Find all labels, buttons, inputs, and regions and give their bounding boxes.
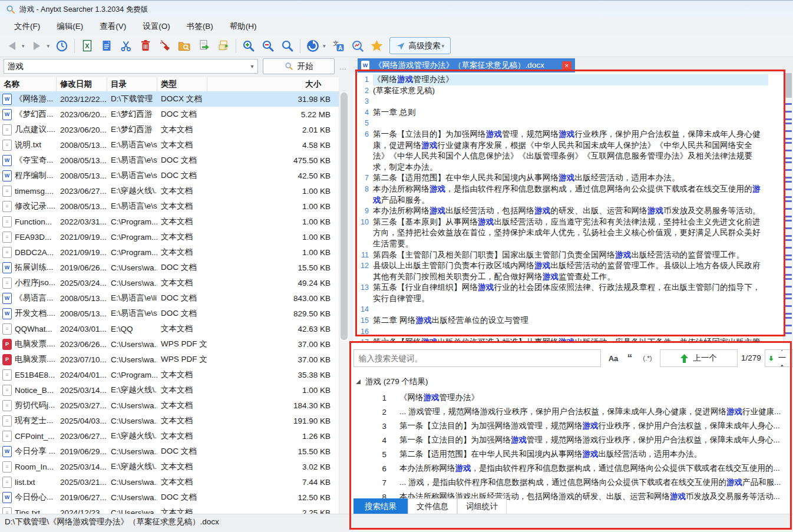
table-row[interactable]: W《易语言...2008/05/13...E:\易语言\e\li...DOC 文… [0,290,339,306]
menu-item[interactable]: 帮助(H) [222,19,265,34]
menu-item[interactable]: 设置(O) [134,19,179,34]
column-header-size[interactable]: 大小 [207,77,339,91]
table-row[interactable]: W程序编制...2008/05/13...E:\易语言\e\s...DOC 文档… [0,168,339,183]
table-row[interactable]: ≡QQWhat...2024/03/01...E:\QQ文本文档42.63 KB [0,321,339,336]
column-header-name[interactable]: 名称 [0,77,57,91]
document-line: 13第五条【行业自律组织】网络游戏行业的社会团体应依照法律、行政法规及章程，在出… [353,282,768,304]
result-row[interactable]: 1《网络游戏管理办法》 [353,391,787,405]
result-group-header[interactable]: 游戏 (279 个结果) [356,376,428,387]
file-name-cell: ≡E51B4E8... [0,369,57,381]
table-row[interactable]: W《网络游...2023/12/22...D:\下载管理DOCX 文档31.98… [0,91,339,107]
close-tab-icon[interactable]: × [562,61,571,70]
menu-item[interactable]: 编辑(E) [48,19,91,34]
back-dropdown[interactable]: ▾ [22,43,25,49]
forward-dropdown[interactable]: ▾ [47,43,50,49]
table-row[interactable]: ≡说明.txt2008/05/13...E:\易语言\e\s...文本文档4.5… [0,137,339,153]
export-doc-button[interactable] [197,38,211,54]
advanced-search-button[interactable]: 高级搜索 ▾ [389,37,451,54]
highlighted-term: 游戏 [534,261,550,270]
scrollbar-thumb[interactable] [341,92,348,340]
result-row[interactable]: 2... 游戏管理，规范网络游戏行业秩序，保护用户合法权益，保障未成年人身心健康… [353,405,787,419]
start-search-button[interactable]: 开始 [263,58,335,74]
table-row[interactable]: ≡剪切代码j...2025/03/27...C:\Users\wa...文本文档… [0,398,339,413]
start-search-label: 开始 [298,61,313,72]
file-list-scrollbar[interactable] [339,91,349,514]
table-row[interactable]: ≡E51B4E8...2024/04/01...C:\Program...文本文… [0,367,339,382]
open-folder-button[interactable] [177,38,191,54]
table-row[interactable]: ≡list.txt2025/03/21...C:\Users\wa...文本文档… [0,474,339,490]
result-row[interactable]: 5第二条【适用范围】在中华人民共和国境内从事网络游戏出版经营活动，适用本办法。 [353,447,787,461]
table-row[interactable]: W拓展训练...2019/06/26...C:\Users\wa...DOC 文… [0,260,339,275]
table-row[interactable]: W今日分享 ...2019/06/29...C:\Users\wa...DOC … [0,444,339,459]
search-view-button[interactable] [280,38,295,54]
column-header-dir[interactable]: 目录 [107,77,157,91]
preview-tab[interactable]: W 《网络游戏管理办法》（草案征求意见稿）.docx × [358,58,575,72]
table-row[interactable]: ≡小程序jso...2025/03/24...C:\Users\wa...文本文… [0,275,339,290]
result-row[interactable]: 7... 游戏，是指由软件程序和信息数据构成，通过信息网络向公众提供下载或者在线… [353,475,787,490]
file-dir-cell: C:\Users\wa... [107,401,157,410]
history-button[interactable] [55,38,69,54]
previous-match-button[interactable]: 上一个 [660,349,738,367]
table-row[interactable]: W《夺宝奇...2008/05/13...E:\易语言\e\s...DOC 文档… [0,153,339,168]
zoom-out-button[interactable] [261,38,275,54]
more-options-button[interactable]: … [337,60,349,74]
preview-scrollbar[interactable] [784,72,793,345]
table-row[interactable]: ≡修改记录....2008/05/13...E:\易语言\e\s...文本文档1… [0,199,339,214]
delete-button[interactable] [138,38,153,54]
menu-item[interactable]: 书签(B) [179,19,222,34]
file-type-cell: 文本文档 [157,216,207,227]
find-keyword-input[interactable] [353,349,601,367]
match-mark [785,118,792,120]
tab-file-info[interactable]: 文件信息 [408,498,457,514]
document-preview: 1《网络游戏管理办法》2(草案征求意见稿)34第一章 总则56第一条【立法目的】… [353,72,784,345]
match-phrase-button[interactable]: “ [623,352,636,365]
result-row[interactable]: 3第一条【立法目的】为加强网络游戏管理，规范网络游戏行业秩序，保护用户合法权益，… [353,419,787,433]
table-row[interactable]: W今日份心...2019/06/27...C:\Users\wa...DOC 文… [0,490,339,505]
copy-document-button[interactable] [100,38,114,54]
column-header-date[interactable]: 修改日期 [57,77,107,91]
regex-button[interactable]: (.*) [639,352,656,365]
clean-button[interactable] [158,38,172,54]
menu-item[interactable]: 查看(V) [91,19,134,34]
preview-scrollbar-thumb[interactable] [785,73,792,98]
table-row[interactable]: W《梦幻西...2023/06/20...E:\梦幻西游DOC 文档5.22 M… [0,107,339,122]
table-row[interactable]: ≡Room_In...2025/03/14...E:\穿越火线\...文本文档3… [0,459,339,474]
table-row[interactable]: ≡FEA93D...2021/09/19...C:\Program...文本文档… [0,229,339,244]
table-row[interactable]: P电脑发票....2023/07/10...C:\Users\wa...WPS … [0,352,339,367]
back-button[interactable] [5,38,19,54]
table-row[interactable]: ≡CFPoint_...2023/06/27...E:\穿越火线\...文本文档… [0,428,339,444]
import-doc-button[interactable] [216,38,230,54]
table-row[interactable]: ≡现有芝士...2025/04/03...C:\Users\wa...文本文档1… [0,413,339,428]
file-size-cell: 15.50 KB [207,263,339,272]
expand-triangle-icon[interactable] [356,379,361,384]
table-row[interactable]: ≡Tips.txt2024/12/23...C:\Users\wa...文本文档… [0,505,339,514]
index-stats-button[interactable] [351,38,365,54]
match-case-button[interactable]: Aa [606,352,621,365]
table-row[interactable]: W开发文档....2008/05/13...E:\易语言\e\s...DOC 文… [0,306,339,321]
result-row[interactable]: 6本办法所称网络游戏，是指由软件程序和信息数据构成，通过信息网络向公众提供下载或… [353,461,787,475]
table-row[interactable]: P电脑发票....2023/06/26...C:\Users\wa...WPS … [0,336,339,352]
translate-button[interactable]: 文A [331,38,345,54]
tab-search-results[interactable]: 搜索结果 [353,498,408,514]
column-header-type[interactable]: 类型 [157,77,207,91]
export-excel-button[interactable]: X [80,38,94,54]
forward-button[interactable] [30,38,44,54]
search-history-dropdown-icon[interactable]: ▾ [247,63,257,70]
tab-word-stats[interactable]: 词组统计 [457,498,507,514]
translate-icon: 文A [332,39,345,52]
zoom-in-button[interactable] [242,38,256,54]
cut-button[interactable] [119,38,133,54]
menu-item[interactable]: 文件(F) [6,19,48,34]
table-row[interactable]: ≡DBDC2A...2021/09/19...C:\Program...文本文档… [0,244,339,260]
table-row[interactable]: ≡Notice_B...2025/03/14...E:\穿越火线\...文本文档… [0,382,339,398]
refresh-button[interactable] [306,38,320,54]
result-row[interactable]: 4第一条【立法目的】为加强网络游戏管理，规范网络游戏行业秩序，保护用户合法权益，… [353,433,787,447]
table-row[interactable]: ≡Function...2022/03/31...C:\Program...文本… [0,214,339,229]
match-mark [785,247,792,249]
table-row[interactable]: ≡几点建议....2023/06/20...E:\梦幻西游文本文档2.01 KB [0,122,339,137]
search-input[interactable] [4,61,247,71]
next-match-button[interactable]: 下一个 [765,349,793,367]
table-row[interactable]: ≡timemsg....2023/06/27...E:\穿越火线\...文本文档… [0,183,339,199]
refresh-dropdown[interactable]: ▾ [323,43,326,49]
favorites-button[interactable] [370,38,384,54]
